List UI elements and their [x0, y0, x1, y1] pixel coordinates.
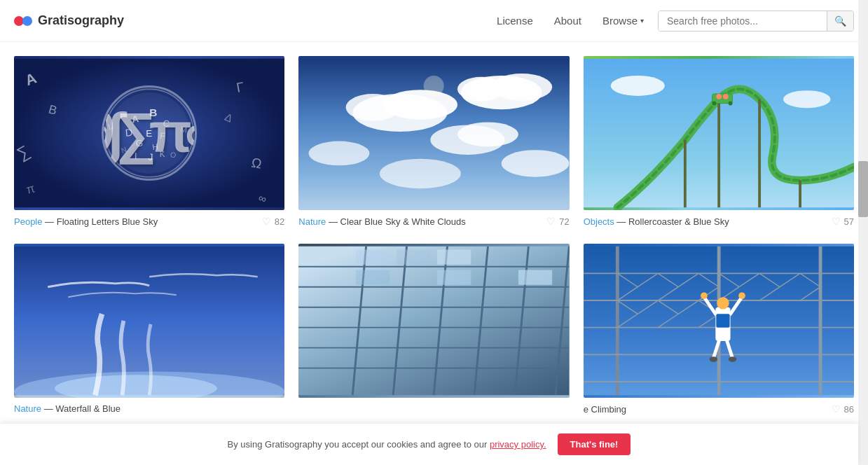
- svg-text:L: L: [107, 122, 114, 131]
- svg-text:C: C: [163, 118, 170, 129]
- photo-card-4: Nature — Waterfall & Blue: [14, 244, 284, 417]
- svg-text:J: J: [148, 152, 153, 163]
- caption-dash-1: —: [45, 216, 57, 227]
- likes-1: ♡ 82: [262, 216, 284, 227]
- logo-text[interactable]: Gratisography: [38, 13, 124, 28]
- photo-svg-4: [14, 244, 284, 398]
- photo-card-6: e Climbing ♡ 86: [584, 244, 854, 417]
- svg-text:A: A: [131, 113, 139, 125]
- caption-title-2: Clear Blue Sky & White Clouds: [340, 216, 466, 227]
- svg-point-38: [424, 76, 444, 96]
- svg-text:I: I: [135, 151, 137, 161]
- svg-text:K: K: [160, 150, 165, 158]
- svg-point-87: [717, 297, 729, 309]
- photo-image-6[interactable]: [584, 244, 854, 398]
- photo-caption-3: Objects — Rollercoaster & Blue Sky ♡ 57: [584, 210, 854, 230]
- svg-rect-71: [437, 270, 471, 285]
- photo-svg-3: [584, 56, 854, 210]
- nav-about[interactable]: About: [554, 15, 581, 27]
- photo-svg-2: [298, 56, 569, 210]
- scrollbar-thumb[interactable]: [858, 161, 868, 217]
- likes-count-3: 57: [844, 216, 854, 227]
- scrollbar-track: [858, 0, 868, 431]
- svg-text:E: E: [146, 128, 152, 139]
- photo-image-4[interactable]: [14, 244, 284, 398]
- main-nav: License About Browse ▾: [497, 15, 644, 27]
- likes-count-1: 82: [275, 216, 284, 227]
- svg-text:N: N: [120, 145, 128, 155]
- photo-card-2: Nature — Clear Blue Sky & White Clouds ♡…: [298, 56, 569, 230]
- caption-dash-3: —: [616, 216, 628, 227]
- svg-point-86: [738, 292, 745, 299]
- svg-text:B: B: [149, 106, 157, 118]
- caption-category-4[interactable]: Nature: [14, 403, 41, 414]
- caption-title-6: e Climbing: [584, 404, 626, 415]
- likes-3: ♡ 57: [832, 216, 854, 227]
- photo-image-1[interactable]: Α Β Γ Δ ∑ Ω π ∞ A B C D E F: [14, 56, 284, 210]
- likes-6: ♡ 86: [832, 403, 854, 415]
- photo-card-3: Objects — Rollercoaster & Blue Sky ♡ 57: [584, 56, 854, 230]
- svg-text:O: O: [170, 150, 177, 160]
- photo-caption-2: Nature — Clear Blue Sky & White Clouds ♡…: [298, 210, 569, 230]
- svg-rect-70: [356, 270, 390, 285]
- svg-rect-0: [14, 59, 284, 207]
- nav-license[interactable]: License: [497, 15, 533, 27]
- likes-count-6: 86: [844, 404, 854, 415]
- photo-grid-container: Α Β Γ Δ ∑ Ω π ∞ A B C D E F: [0, 42, 868, 431]
- svg-point-40: [610, 76, 664, 96]
- photo-image-5[interactable]: [298, 244, 569, 398]
- svg-point-29: [457, 77, 505, 102]
- svg-point-85: [701, 292, 708, 299]
- svg-rect-67: [356, 250, 390, 265]
- likes-count-2: 72: [559, 216, 569, 227]
- photo-caption-1: People — Floating Letters Blue Sky ♡ 82: [14, 210, 284, 230]
- heart-icon-6[interactable]: ♡: [832, 403, 841, 415]
- svg-point-34: [457, 123, 518, 147]
- svg-point-10: [109, 92, 190, 174]
- search-button[interactable]: 🔍: [827, 11, 853, 31]
- svg-point-9: [105, 89, 193, 177]
- photo-card-1: Α Β Γ Δ ∑ Ω π ∞ A B C D E F: [14, 56, 284, 230]
- caption-category-3[interactable]: Objects: [584, 216, 614, 227]
- search-input[interactable]: [659, 11, 827, 31]
- browse-caret-icon: ▾: [640, 17, 644, 25]
- svg-point-50: [723, 94, 729, 99]
- svg-point-32: [346, 94, 400, 121]
- svg-text:F: F: [159, 131, 166, 141]
- photo-image-3[interactable]: [584, 56, 854, 210]
- caption-text-1: People — Floating Letters Blue Sky: [14, 216, 158, 227]
- svg-rect-69: [437, 250, 471, 265]
- svg-point-91: [728, 356, 736, 362]
- photo-image-2[interactable]: [298, 56, 569, 210]
- caption-title-3: Rollercoaster & Blue Sky: [628, 216, 729, 227]
- caption-text-6: e Climbing: [584, 404, 626, 415]
- heart-icon-2[interactable]: ♡: [546, 216, 556, 227]
- logo-dot-blue: [22, 16, 32, 26]
- caption-title-4: Waterfall & Blue: [55, 403, 120, 414]
- caption-category-1[interactable]: People: [14, 216, 42, 227]
- cookie-banner: By using Gratisography you accept our co…: [0, 423, 858, 431]
- caption-dash-2: —: [329, 216, 340, 227]
- search-icon: 🔍: [834, 15, 846, 27]
- svg-point-47: [712, 102, 716, 106]
- nav-browse[interactable]: Browse ▾: [602, 15, 644, 27]
- search-box: 🔍: [658, 11, 854, 32]
- svg-point-49: [716, 94, 722, 99]
- caption-text-4: Nature — Waterfall & Blue: [14, 403, 120, 414]
- heart-icon-3[interactable]: ♡: [832, 216, 841, 227]
- svg-rect-54: [298, 247, 569, 395]
- svg-text:G: G: [136, 138, 144, 148]
- photo-card-5: [298, 244, 569, 417]
- photo-svg-6: [584, 244, 854, 398]
- svg-text:H: H: [152, 142, 159, 151]
- svg-rect-72: [518, 270, 552, 285]
- caption-text-2: Nature — Clear Blue Sky & White Clouds: [298, 216, 465, 227]
- caption-text-3: Objects — Rollercoaster & Blue Sky: [584, 216, 729, 227]
- logo-area: Gratisography: [14, 13, 124, 28]
- caption-title-1: Floating Letters Blue Sky: [57, 216, 158, 227]
- caption-category-2[interactable]: Nature: [298, 216, 326, 227]
- heart-icon-1[interactable]: ♡: [262, 216, 271, 227]
- header: Gratisography License About Browse ▾ 🔍: [0, 0, 868, 42]
- svg-rect-92: [716, 314, 729, 327]
- svg-point-48: [728, 102, 732, 106]
